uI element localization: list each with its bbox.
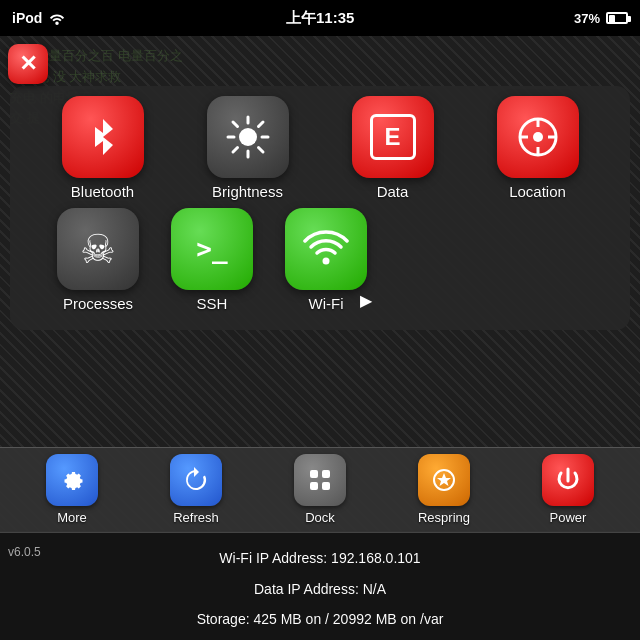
dock-icon-bg [294, 454, 346, 506]
svg-rect-17 [310, 470, 318, 478]
battery-percent: 37% [574, 11, 600, 26]
bluetooth-svg [81, 115, 125, 159]
more-label: More [57, 510, 87, 525]
svg-line-8 [233, 148, 238, 153]
refresh-label: Refresh [173, 510, 219, 525]
action-more[interactable]: More [37, 454, 107, 525]
power-icon [553, 465, 583, 495]
ssh-icon: >_ [196, 234, 227, 264]
ssh-label: SSH [197, 295, 228, 312]
data-icon-bg: E [352, 96, 434, 178]
svg-point-15 [323, 258, 330, 265]
brightness-svg [224, 113, 272, 161]
toggle-row-2: ☠ Processes >_ SSH ▶ [30, 208, 610, 312]
svg-rect-20 [322, 482, 330, 490]
processes-icon-bg: ☠ [57, 208, 139, 290]
svg-line-7 [258, 122, 263, 127]
battery-icon [606, 12, 628, 24]
bluetooth-label: Bluetooth [71, 183, 134, 200]
svg-point-10 [533, 132, 543, 142]
storage-text: Storage: 425 MB on / 20992 MB on /var [16, 606, 624, 633]
gear-icon [57, 465, 87, 495]
brightness-icon-bg [207, 96, 289, 178]
toggle-brightness[interactable]: Brightness [198, 96, 298, 200]
status-time: 上午11:35 [286, 9, 354, 28]
respring-icon [429, 465, 459, 495]
refresh-icon-bg [170, 454, 222, 506]
svg-point-0 [239, 128, 257, 146]
toggle-row-1: Bluetooth Brightness [30, 96, 610, 200]
svg-rect-19 [310, 482, 318, 490]
svg-line-5 [233, 122, 238, 127]
wifi-ip-text: Wi-Fi IP Address: 192.168.0.101 [16, 545, 624, 572]
action-bar: More Refresh Dock [0, 447, 640, 532]
dock-label: Dock [305, 510, 335, 525]
toggle-bluetooth[interactable]: Bluetooth [53, 96, 153, 200]
brightness-label: Brightness [212, 183, 283, 200]
toggle-location[interactable]: Location [488, 96, 588, 200]
action-refresh[interactable]: Refresh [161, 454, 231, 525]
ssh-icon-bg: >_ [171, 208, 253, 290]
cursor-icon: ▶ [360, 291, 372, 310]
location-svg [514, 113, 562, 161]
data-label: Data [377, 183, 409, 200]
device-name: iPod [12, 10, 42, 26]
status-left: iPod [12, 10, 66, 26]
power-icon-bg [542, 454, 594, 506]
respring-label: Respring [418, 510, 470, 525]
action-respring[interactable]: Respring [409, 454, 479, 525]
main-panel: 我的电量百分之百 电量百分之 分是电 没 大神求救 充电 的电量百 分 交 提 … [0, 36, 640, 640]
more-icon-bg [46, 454, 98, 506]
data-ip-text: Data IP Address: N/A [16, 576, 624, 603]
svg-rect-18 [322, 470, 330, 478]
action-power[interactable]: Power [533, 454, 603, 525]
action-dock[interactable]: Dock [285, 454, 355, 525]
wifi-toggle-icon-bg: ▶ [285, 208, 367, 290]
data-icon: E [370, 114, 416, 160]
bluetooth-icon-bg [62, 96, 144, 178]
skull-icon: ☠ [80, 226, 116, 272]
svg-line-6 [258, 148, 263, 153]
status-bar: iPod 上午11:35 37% [0, 0, 640, 36]
refresh-icon [181, 465, 211, 495]
toggle-processes[interactable]: ☠ Processes [48, 208, 148, 312]
toggle-data[interactable]: E Data [343, 96, 443, 200]
wifi-toggle-svg [303, 226, 349, 272]
dock-icon [307, 467, 333, 493]
close-icon: ✕ [19, 51, 37, 77]
version-badge: v6.0.5 [8, 541, 41, 564]
svg-marker-16 [194, 467, 199, 477]
wifi-icon [48, 11, 66, 25]
wifi-label: Wi-Fi [309, 295, 344, 312]
power-label: Power [550, 510, 587, 525]
location-icon-bg [497, 96, 579, 178]
info-bar: v6.0.5 Wi-Fi IP Address: 192.168.0.101 D… [0, 532, 640, 640]
respring-icon-bg [418, 454, 470, 506]
processes-label: Processes [63, 295, 133, 312]
status-right: 37% [574, 11, 628, 26]
toggle-ssh[interactable]: >_ SSH [162, 208, 262, 312]
toggle-grid: Bluetooth Brightness [10, 86, 630, 330]
close-button[interactable]: ✕ [8, 44, 48, 84]
location-label: Location [509, 183, 566, 200]
toggle-wifi[interactable]: ▶ Wi-Fi [276, 208, 376, 312]
